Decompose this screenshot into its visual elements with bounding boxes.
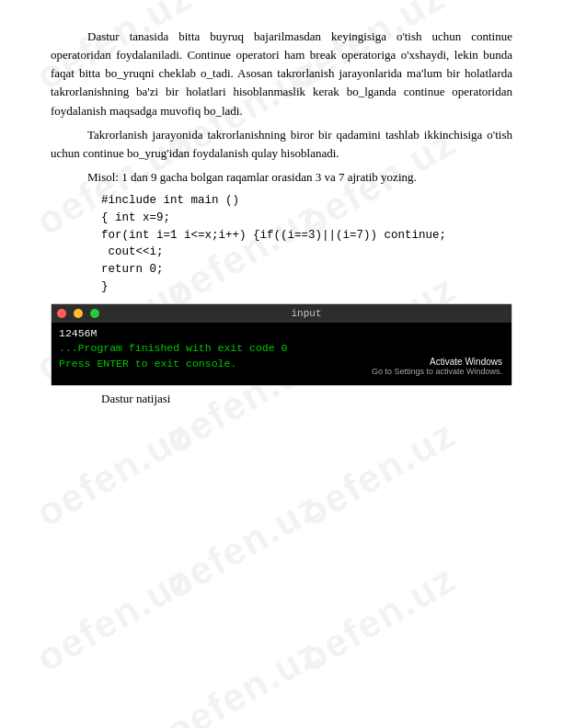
activate-windows-sub: Go to Settings to activate Windows. <box>372 367 502 376</box>
code-line-2: { int x=9; <box>101 210 512 227</box>
code-line-4: cout<<i; <box>101 244 512 261</box>
paragraph-1: Dastur tanasida bitta buyruq bajarilmasd… <box>51 28 512 120</box>
code-line-3: for(int i=1 i<=x;i++) {if((i==3)||(i=7))… <box>101 227 512 245</box>
terminal-line-1: 12456M <box>59 326 504 342</box>
page-content: Dastur tanasida bitta buyruq bajarilmasd… <box>0 0 563 425</box>
code-line-6: } <box>101 279 512 296</box>
code-line-1: #include int main () <box>101 192 512 210</box>
paragraph-3: Misol: 1 dan 9 gacha bolgan raqamlar ora… <box>51 168 512 187</box>
terminal-btn-red[interactable] <box>57 309 66 318</box>
paragraph-2: Takrorlanish jarayonida takrorlanishning… <box>51 126 512 163</box>
terminal-window: input 12456M ...Program finished with ex… <box>51 303 512 386</box>
terminal-titlebar: input <box>52 304 511 323</box>
activate-windows-title: Activate Windows <box>372 357 502 367</box>
code-label: Dastur natijasi <box>101 392 512 406</box>
activate-windows-notice: Activate Windows Go to Settings to activ… <box>372 357 502 376</box>
terminal-body: 12456M ...Program finished with exit cod… <box>52 323 511 385</box>
code-line-5: return 0; <box>101 261 512 279</box>
terminal-btn-yellow[interactable] <box>74 309 83 318</box>
terminal-title: input <box>107 308 506 319</box>
terminal-line-2: ...Program finished with exit code 0 <box>59 341 504 357</box>
terminal-btn-green[interactable] <box>90 309 99 318</box>
code-block: #include int main () { int x=9; for(int … <box>101 192 512 296</box>
